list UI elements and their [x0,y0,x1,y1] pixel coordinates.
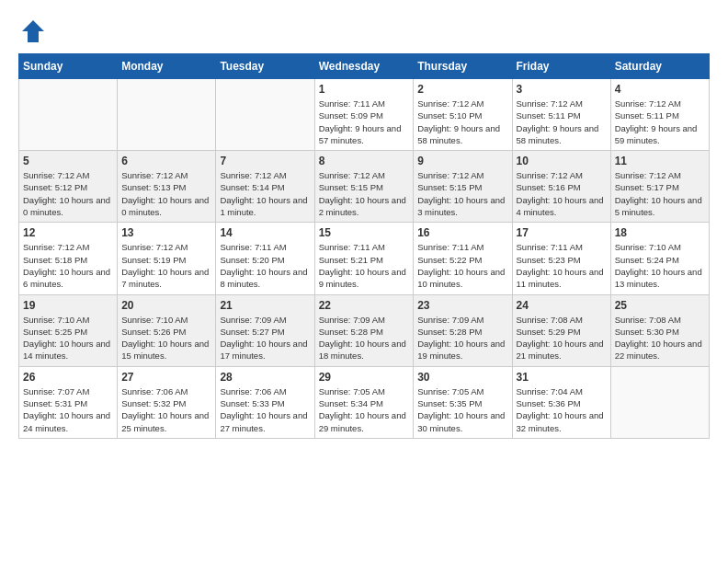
day-number: 19 [23,299,113,312]
day-header-tuesday: Tuesday [216,54,314,79]
calendar-cell: 3Sunrise: 7:12 AMSunset: 5:11 PMDaylight… [512,79,610,151]
day-info: Sunrise: 7:10 AMSunset: 5:26 PMDaylight:… [121,314,211,362]
calendar-cell: 20Sunrise: 7:10 AMSunset: 5:26 PMDayligh… [118,294,216,366]
day-number: 5 [23,155,113,167]
day-header-wednesday: Wednesday [314,54,414,79]
day-info: Sunrise: 7:10 AMSunset: 5:25 PMDaylight:… [23,314,113,362]
calendar-table: SundayMondayTuesdayWednesdayThursdayFrid… [18,53,710,439]
day-info: Sunrise: 7:12 AMSunset: 5:16 PMDaylight:… [517,169,607,218]
day-info: Sunrise: 7:12 AMSunset: 5:11 PMDaylight:… [615,98,705,146]
day-number: 28 [220,371,310,384]
day-number: 7 [220,155,310,167]
calendar-cell: 23Sunrise: 7:09 AMSunset: 5:28 PMDayligh… [414,294,512,366]
calendar-cell: 29Sunrise: 7:05 AMSunset: 5:34 PMDayligh… [314,366,414,438]
day-number: 1 [319,83,410,96]
day-info: Sunrise: 7:10 AMSunset: 5:24 PMDaylight:… [615,241,705,290]
calendar-week-row: 5Sunrise: 7:12 AMSunset: 5:12 PMDaylight… [19,151,710,223]
calendar-cell: 30Sunrise: 7:05 AMSunset: 5:35 PMDayligh… [414,366,512,438]
day-number: 31 [517,371,607,384]
day-header-monday: Monday [118,54,216,79]
day-info: Sunrise: 7:12 AMSunset: 5:14 PMDaylight:… [220,169,310,218]
calendar-week-row: 1Sunrise: 7:11 AMSunset: 5:09 PMDaylight… [19,79,710,151]
day-number: 25 [615,299,705,312]
day-header-friday: Friday [512,54,610,79]
day-number: 27 [121,371,211,384]
calendar-cell: 22Sunrise: 7:09 AMSunset: 5:28 PMDayligh… [314,294,414,366]
day-info: Sunrise: 7:04 AMSunset: 5:36 PMDaylight:… [517,385,607,434]
calendar-cell: 6Sunrise: 7:12 AMSunset: 5:13 PMDaylight… [118,151,216,223]
day-info: Sunrise: 7:08 AMSunset: 5:29 PMDaylight:… [517,314,607,362]
calendar-week-row: 12Sunrise: 7:12 AMSunset: 5:18 PMDayligh… [19,223,710,294]
calendar-cell: 28Sunrise: 7:06 AMSunset: 5:33 PMDayligh… [216,366,314,438]
calendar-cell: 25Sunrise: 7:08 AMSunset: 5:30 PMDayligh… [610,294,709,366]
day-number: 2 [417,83,507,96]
calendar-cell: 18Sunrise: 7:10 AMSunset: 5:24 PMDayligh… [610,223,709,294]
day-number: 9 [417,155,507,167]
calendar-week-row: 19Sunrise: 7:10 AMSunset: 5:25 PMDayligh… [19,294,710,366]
day-number: 17 [517,226,607,239]
calendar-cell: 31Sunrise: 7:04 AMSunset: 5:36 PMDayligh… [512,366,610,438]
day-number: 23 [417,299,507,312]
calendar-cell [610,366,709,438]
day-info: Sunrise: 7:05 AMSunset: 5:35 PMDaylight:… [417,385,507,434]
day-info: Sunrise: 7:07 AMSunset: 5:31 PMDaylight:… [23,385,113,434]
day-number: 3 [517,83,607,96]
day-number: 29 [319,371,410,384]
day-info: Sunrise: 7:11 AMSunset: 5:20 PMDaylight:… [220,241,310,290]
day-number: 16 [417,226,507,239]
day-number: 10 [517,155,607,167]
logo [18,18,48,44]
calendar-header-row: SundayMondayTuesdayWednesdayThursdayFrid… [19,54,710,79]
day-number: 22 [319,299,410,312]
calendar-cell: 16Sunrise: 7:11 AMSunset: 5:22 PMDayligh… [414,223,512,294]
day-number: 8 [319,155,410,167]
calendar-cell: 14Sunrise: 7:11 AMSunset: 5:20 PMDayligh… [216,223,314,294]
calendar-cell: 19Sunrise: 7:10 AMSunset: 5:25 PMDayligh… [19,294,118,366]
svg-marker-0 [22,20,44,42]
calendar-cell: 10Sunrise: 7:12 AMSunset: 5:16 PMDayligh… [512,151,610,223]
day-info: Sunrise: 7:09 AMSunset: 5:27 PMDaylight:… [220,314,310,362]
day-info: Sunrise: 7:12 AMSunset: 5:15 PMDaylight:… [417,169,507,218]
day-info: Sunrise: 7:09 AMSunset: 5:28 PMDaylight:… [319,314,410,362]
calendar-cell: 15Sunrise: 7:11 AMSunset: 5:21 PMDayligh… [314,223,414,294]
calendar-cell: 1Sunrise: 7:11 AMSunset: 5:09 PMDaylight… [314,79,414,151]
day-number: 20 [121,299,211,312]
calendar-cell: 27Sunrise: 7:06 AMSunset: 5:32 PMDayligh… [118,366,216,438]
day-info: Sunrise: 7:08 AMSunset: 5:30 PMDaylight:… [615,314,705,362]
calendar-cell: 8Sunrise: 7:12 AMSunset: 5:15 PMDaylight… [314,151,414,223]
day-info: Sunrise: 7:05 AMSunset: 5:34 PMDaylight:… [319,385,410,434]
day-number: 14 [220,226,310,239]
day-number: 11 [615,155,705,167]
day-info: Sunrise: 7:12 AMSunset: 5:10 PMDaylight:… [417,98,507,146]
day-info: Sunrise: 7:06 AMSunset: 5:32 PMDaylight:… [121,385,211,434]
calendar-cell: 11Sunrise: 7:12 AMSunset: 5:17 PMDayligh… [610,151,709,223]
page-header [18,18,710,44]
day-header-sunday: Sunday [19,54,118,79]
calendar-cell: 24Sunrise: 7:08 AMSunset: 5:29 PMDayligh… [512,294,610,366]
calendar-cell: 4Sunrise: 7:12 AMSunset: 5:11 PMDaylight… [610,79,709,151]
day-number: 13 [121,226,211,239]
calendar-cell: 17Sunrise: 7:11 AMSunset: 5:23 PMDayligh… [512,223,610,294]
day-info: Sunrise: 7:12 AMSunset: 5:11 PMDaylight:… [517,98,607,146]
day-info: Sunrise: 7:09 AMSunset: 5:28 PMDaylight:… [417,314,507,362]
calendar-cell: 12Sunrise: 7:12 AMSunset: 5:18 PMDayligh… [19,223,118,294]
calendar-cell: 9Sunrise: 7:12 AMSunset: 5:15 PMDaylight… [414,151,512,223]
logo-text [18,18,48,44]
calendar-cell [19,79,118,151]
day-info: Sunrise: 7:12 AMSunset: 5:13 PMDaylight:… [121,169,211,218]
day-number: 21 [220,299,310,312]
day-number: 15 [319,226,410,239]
day-info: Sunrise: 7:12 AMSunset: 5:15 PMDaylight:… [319,169,410,218]
day-info: Sunrise: 7:11 AMSunset: 5:21 PMDaylight:… [319,241,410,290]
day-number: 30 [417,371,507,384]
day-info: Sunrise: 7:06 AMSunset: 5:33 PMDaylight:… [220,385,310,434]
day-info: Sunrise: 7:11 AMSunset: 5:23 PMDaylight:… [517,241,607,290]
calendar-cell: 21Sunrise: 7:09 AMSunset: 5:27 PMDayligh… [216,294,314,366]
day-number: 24 [517,299,607,312]
calendar-cell: 5Sunrise: 7:12 AMSunset: 5:12 PMDaylight… [19,151,118,223]
day-number: 4 [615,83,705,96]
day-info: Sunrise: 7:12 AMSunset: 5:18 PMDaylight:… [23,241,113,290]
day-info: Sunrise: 7:12 AMSunset: 5:12 PMDaylight:… [23,169,113,218]
logo-icon [20,18,46,44]
calendar-cell: 7Sunrise: 7:12 AMSunset: 5:14 PMDaylight… [216,151,314,223]
